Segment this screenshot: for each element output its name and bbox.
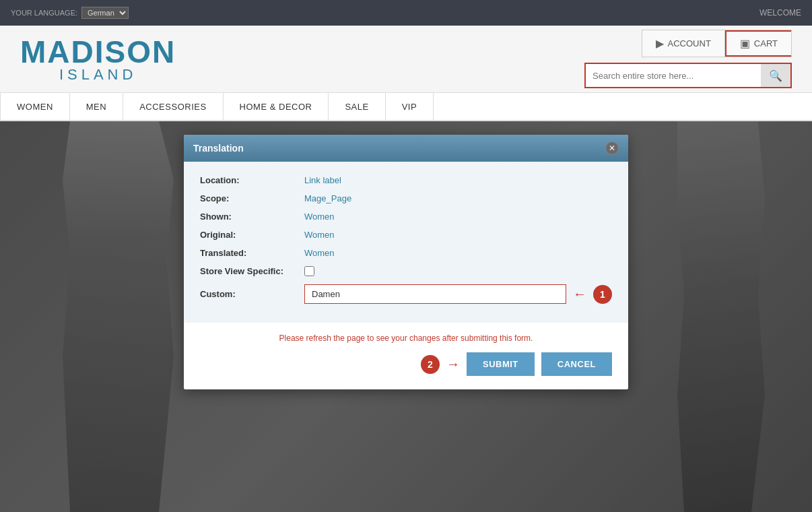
original-value: Women [304,230,335,240]
location-label: Location: [200,175,304,185]
nav-item-women[interactable]: WOMEN [0,93,70,120]
cart-button[interactable]: ▣ CART [725,30,791,57]
store-view-label: Store View Specific: [200,266,304,276]
store-view-row: Store View Specific: [200,266,612,276]
language-dropdown[interactable]: German [81,7,129,19]
dialog-close-button[interactable]: ✕ [605,141,619,155]
custom-input-wrap: ← 1 [304,284,612,304]
dialog-body: Location: Link label Scope: Mage_Page Sh… [184,162,628,323]
cancel-button[interactable]: CANCEL [541,352,612,376]
arrow-left-icon: ← [573,286,586,302]
welcome-text: WELCOME [759,8,801,18]
dialog-footer: Please refresh the page to see your chan… [184,323,628,389]
location-row: Location: Link label [200,175,612,185]
header-right: ▶ ACCOUNT ▣ CART 🔍 [584,30,792,88]
dialog-info: Please refresh the page to see your chan… [200,333,612,343]
account-label: ACCOUNT [668,38,711,49]
nav-bar: WOMEN MEN ACCESSORIES HOME & DECOR SALE … [0,93,812,121]
step1-badge: 1 [593,285,612,304]
dialog-overlay: Translation ✕ Location: Link label Scope… [0,121,812,512]
logo-madison: MADISON [20,36,176,67]
nav-item-men[interactable]: MEN [70,93,123,120]
dialog-header: Translation ✕ [184,135,628,162]
custom-label: Custom: [200,289,304,299]
search-bar: 🔍 [584,63,792,88]
header-actions: ▶ ACCOUNT ▣ CART [642,30,792,57]
cart-icon: ▣ [740,37,750,50]
submit-button[interactable]: SUBMIT [467,352,535,376]
account-button[interactable]: ▶ ACCOUNT [642,30,725,57]
translated-label: Translated: [200,248,304,258]
language-selector[interactable]: YOUR LANGUAGE: German [11,7,129,19]
cart-label: CART [754,38,778,49]
scope-value: Mage_Page [304,193,351,203]
step2-wrap: 2 → SUBMIT CANCEL [200,352,612,376]
store-view-checkbox[interactable] [304,266,314,276]
shown-row: Shown: Women [200,212,612,222]
original-label: Original: [200,230,304,240]
arrow-right-icon: → [446,356,460,372]
translated-row: Translated: Women [200,248,612,258]
translation-dialog: Translation ✕ Location: Link label Scope… [184,135,628,389]
translated-value: Women [304,248,335,258]
main-area: Translation ✕ Location: Link label Scope… [0,121,812,512]
logo[interactable]: MADISON ISLAND [20,36,176,82]
account-icon: ▶ [656,37,664,50]
logo-island: ISLAND [20,67,176,82]
search-button[interactable]: 🔍 [761,64,790,87]
custom-row: Custom: ← 1 [200,284,612,304]
header: MADISON ISLAND ▶ ACCOUNT ▣ CART 🔍 [0,26,812,93]
top-bar: YOUR LANGUAGE: German WELCOME [0,0,812,26]
shown-value: Women [304,212,335,222]
nav-item-home-decor[interactable]: HOME & DECOR [224,93,329,120]
step2-badge: 2 [421,355,440,374]
nav-item-sale[interactable]: SALE [329,93,385,120]
location-value: Link label [304,175,341,185]
language-label: YOUR LANGUAGE: [11,9,77,17]
original-row: Original: Women [200,230,612,240]
search-input[interactable] [586,64,761,87]
custom-input[interactable] [304,284,566,304]
shown-label: Shown: [200,212,304,222]
nav-item-accessories[interactable]: ACCESSORIES [123,93,223,120]
nav-item-vip[interactable]: VIP [386,93,434,120]
scope-label: Scope: [200,193,304,203]
dialog-title: Translation [193,143,244,154]
scope-row: Scope: Mage_Page [200,193,612,203]
